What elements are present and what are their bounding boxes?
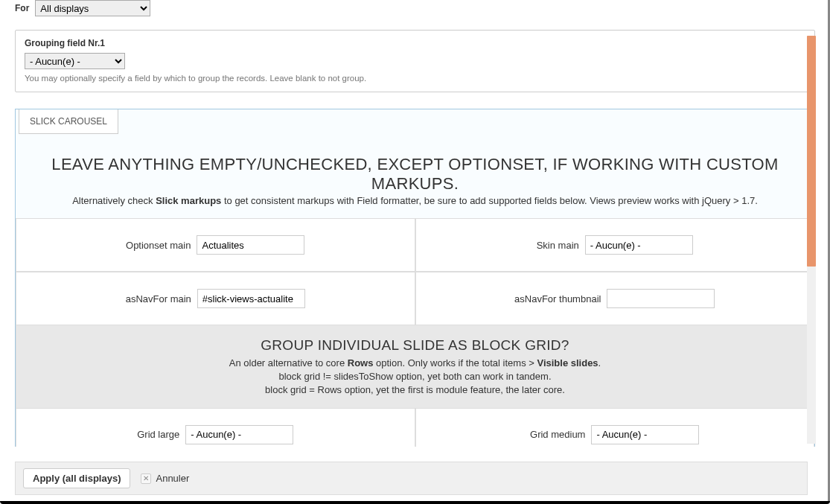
- scrollbar-thumb[interactable]: [807, 36, 816, 267]
- label-asnavfor-main: asNavFor main: [126, 293, 191, 304]
- grouping-help: You may optionally specify a field by wh…: [25, 74, 805, 83]
- grid-note-title: GROUP INDIVIDUAL SLIDE AS BLOCK GRID?: [24, 337, 806, 354]
- label-optionset-main: Optionset main: [126, 240, 191, 251]
- input-asnavfor-main[interactable]: [197, 289, 305, 308]
- for-row: For All displays: [15, 0, 815, 30]
- slick-carousel-panel: SLICK CAROUSEL LEAVE ANYTHING EMPTY/UNCH…: [15, 109, 815, 447]
- input-grid-medium[interactable]: [591, 425, 699, 444]
- grouping-select[interactable]: - Aucun(e) -: [25, 53, 125, 69]
- label-grid-large: Grid large: [137, 429, 179, 440]
- label-grid-medium: Grid medium: [530, 429, 585, 440]
- cell-grid-medium: Grid medium: [415, 408, 815, 447]
- cell-asnavfor-thumb: asNavFor thumbnail: [415, 272, 815, 325]
- window-bottom-edge: [0, 501, 830, 504]
- label-asnavfor-thumb: asNavFor thumbnail: [514, 293, 601, 304]
- for-label: For: [15, 3, 29, 13]
- apply-button[interactable]: Apply (all displays): [23, 468, 130, 488]
- grid-options-grid: Grid large Grid medium: [16, 408, 814, 447]
- for-select[interactable]: All displays: [35, 0, 150, 16]
- grouping-fieldset: Grouping field Nr.1 - Aucun(e) - You may…: [15, 30, 815, 92]
- close-icon: ✕: [141, 473, 151, 484]
- label-skin-main: Skin main: [537, 240, 579, 251]
- cell-optionset-main: Optionset main: [16, 218, 415, 272]
- grouping-title: Grouping field Nr.1: [25, 38, 805, 48]
- cancel-label: Annuler: [156, 473, 189, 484]
- slick-heading: LEAVE ANYTHING EMPTY/UNCHECKED, EXCEPT O…: [16, 134, 814, 195]
- cancel-button[interactable]: ✕ Annuler: [141, 473, 189, 484]
- tab-slick-carousel[interactable]: SLICK CAROUSEL: [19, 109, 118, 134]
- input-asnavfor-thumb[interactable]: [607, 289, 715, 308]
- grid-note-body: An older alternative to core Rows option…: [24, 357, 806, 398]
- grid-note: GROUP INDIVIDUAL SLIDE AS BLOCK GRID? An…: [16, 325, 814, 408]
- input-grid-large[interactable]: [185, 425, 293, 444]
- footer-actions: Apply (all displays) ✕ Annuler: [15, 462, 808, 495]
- input-optionset-main[interactable]: [197, 235, 304, 255]
- cell-asnavfor-main: asNavFor main: [16, 272, 415, 325]
- slick-subheading: Alternatively check Slick markups to get…: [16, 195, 814, 218]
- options-grid: Optionset main Skin main asNavFor main a…: [16, 218, 814, 325]
- cell-grid-large: Grid large: [16, 408, 415, 447]
- input-skin-main[interactable]: [585, 235, 693, 255]
- cell-skin-main: Skin main: [415, 218, 815, 272]
- scrollbar-track[interactable]: [807, 36, 816, 444]
